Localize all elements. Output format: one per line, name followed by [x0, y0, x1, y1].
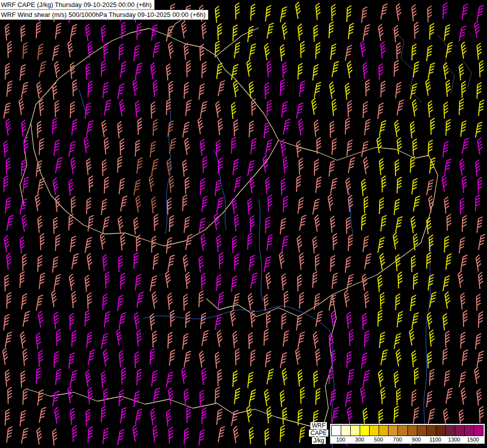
legend-scale: 100300500700900110013001500 — [330, 424, 485, 444]
title-cape: WRF CAPE (J/kg) Thursday 09-10-2025 00:0… — [0, 0, 155, 10]
legend-name-labels: WRF CAPE J/kg — [309, 422, 328, 444]
weather-map — [0, 0, 487, 448]
title-wind-shear: WRF Wind shear (m/s) 500/1000hPa Thursda… — [0, 10, 208, 20]
legend-tick-label: 1300 — [448, 437, 460, 443]
legend-color-segment — [417, 426, 427, 436]
cape-legend: WRF CAPE J/kg 10030050070090011001300150… — [309, 422, 485, 444]
legend-color-segment — [398, 426, 407, 436]
legend-tick-label: 100 — [336, 437, 345, 443]
legend-color-segment — [465, 426, 474, 436]
legend-tick-label: 1100 — [429, 437, 441, 443]
legend-color-segment — [427, 426, 436, 436]
map-titles: WRF CAPE (J/kg) Thursday 09-10-2025 00:0… — [0, 0, 208, 20]
legend-param-label: CAPE — [309, 430, 328, 437]
legend-color-segment — [389, 426, 398, 436]
legend-color-segment — [370, 426, 379, 436]
legend-color-segment — [351, 426, 360, 436]
legend-color-segment — [360, 426, 370, 436]
legend-tick-label: 700 — [393, 437, 402, 443]
legend-color-segment — [341, 426, 351, 436]
legend-color-segment — [332, 426, 341, 436]
legend-model-label: WRF — [310, 422, 327, 429]
legend-color-segment — [455, 426, 465, 436]
legend-tick-label: 900 — [412, 437, 421, 443]
legend-tick-label: 500 — [374, 437, 383, 443]
legend-colorbar — [331, 425, 484, 436]
legend-color-segment — [408, 426, 417, 436]
legend-tick-label: 1500 — [467, 437, 479, 443]
legend-color-segment — [474, 426, 483, 436]
legend-unit-label: J/kg — [312, 437, 326, 444]
legend-tick-labels: 100300500700900110013001500 — [331, 437, 483, 443]
legend-color-segment — [446, 426, 455, 436]
legend-color-segment — [379, 426, 389, 436]
legend-color-segment — [436, 426, 446, 436]
legend-tick-label: 300 — [355, 437, 364, 443]
